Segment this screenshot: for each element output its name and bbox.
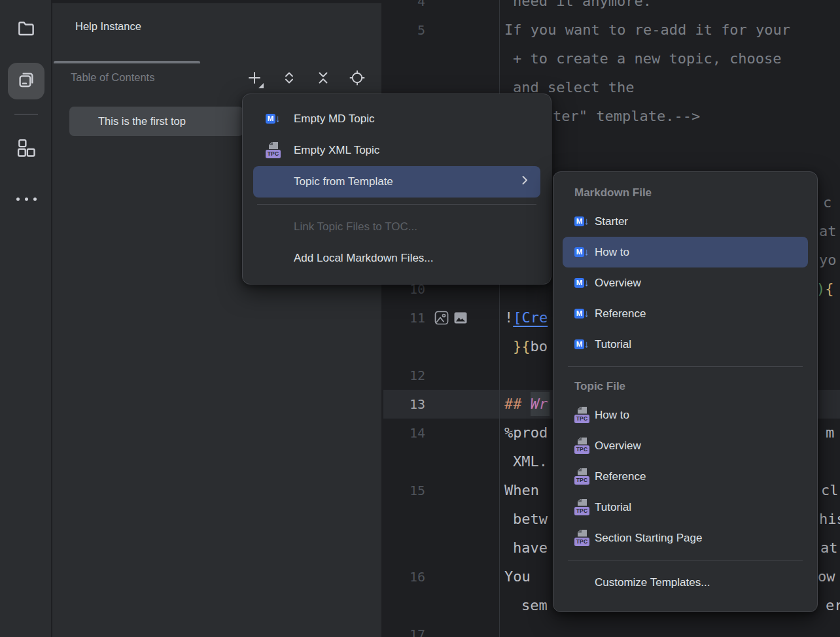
menu-item-reference[interactable]: TPCReference [563, 461, 808, 492]
line-number: 15 [383, 476, 425, 505]
structure-icon [16, 138, 36, 160]
code-run: If you want to re-add it for your [504, 16, 790, 44]
menu-item-label: How to [595, 409, 629, 422]
code-run: yo [819, 246, 837, 275]
structure-tool-button[interactable] [8, 131, 44, 167]
topic-template-submenu: Markdown FileM↓StarterM↓How toM↓Overview… [553, 171, 818, 612]
tab-help-instance[interactable]: Help Instance [75, 20, 141, 33]
toc-toolbar: Table of Contents [52, 63, 381, 95]
code-run: his [819, 505, 840, 534]
menu-item-label: Customize Templates... [595, 576, 710, 589]
code-run: m [826, 419, 834, 447]
chevron-right-icon [519, 175, 530, 189]
code-run: cl [821, 476, 839, 505]
menu-item-label: Empty XML Topic [294, 144, 379, 157]
collapse-all-button[interactable] [311, 67, 335, 91]
code-token: yo [819, 252, 837, 268]
editor-line[interactable]: 5If you want to re-add it for your [383, 16, 840, 44]
line-number: 4 [383, 0, 425, 16]
menu-item-topic-from-template[interactable]: Topic from Template [253, 166, 540, 198]
menu-item-label: Link Topic Files to TOC... [294, 220, 417, 233]
line-number: 11 [383, 303, 425, 332]
code-run: %prod [504, 419, 548, 447]
code-token: his [819, 511, 840, 527]
code-token: need it anymore. [513, 0, 652, 9]
topic-file-icon: TPC [574, 530, 591, 547]
code-token: }{ [513, 338, 531, 354]
menu-item-tutorial[interactable]: M↓Tutorial [563, 329, 808, 360]
code-run: ow [818, 562, 835, 591]
expand-all-icon [280, 69, 298, 90]
editor-line[interactable]: + to create a new topic, choose [383, 44, 840, 73]
toc-tree-item-first-topic[interactable]: This is the first top [69, 107, 243, 136]
menu-item-label: Section Starting Page [595, 532, 702, 545]
tool-stripe [0, 0, 52, 637]
instances-tool-button[interactable] [8, 63, 44, 99]
code-token: ! [504, 309, 513, 326]
image-preview-filled-icon[interactable] [453, 310, 468, 326]
select-opened-file-button[interactable] [345, 67, 369, 91]
code-token: Wr [531, 392, 550, 416]
menu-item-label: How to [595, 246, 629, 259]
code-token: When [504, 482, 539, 498]
topic-file-icon: TPC [574, 468, 591, 485]
code-token: + to create a new topic, choose [513, 50, 782, 67]
editor-line[interactable]: 4need it anymore. [383, 0, 840, 16]
code-token: If you want to re-add it for your [504, 22, 790, 38]
code-run: c [823, 188, 831, 217]
menu-item-section-starting-page[interactable]: TPCSection Starting Page [563, 523, 808, 553]
line-number: 12 [383, 361, 425, 390]
menu-item-link-topic-files-to-toc: Link Topic Files to TOC... [253, 211, 540, 243]
markdown-file-icon: M↓ [574, 244, 591, 261]
markdown-file-icon: M↓ [574, 305, 591, 322]
code-token: ow [818, 568, 835, 585]
new-topic-menu: M↓Empty MD TopicTPCEmpty XML TopicTopic … [242, 94, 551, 284]
code-run: at [820, 534, 838, 562]
add-topic-button[interactable] [243, 67, 266, 91]
menu-item-customize-templates[interactable]: Customize Templates... [563, 567, 808, 598]
menu-item-overview[interactable]: TPCOverview [563, 430, 808, 461]
menu-item-label: Overview [595, 277, 641, 290]
menu-item-add-local-markdown-files[interactable]: Add Local Markdown Files... [253, 243, 540, 274]
code-token: XML. [513, 453, 548, 470]
topic-file-icon: TPC [574, 407, 591, 424]
more-tool-windows-button[interactable] [8, 184, 44, 213]
code-run: er [826, 591, 840, 620]
markdown-file-icon: M↓ [574, 336, 591, 353]
menu-item-label: Tutorial [595, 501, 631, 514]
code-token: cl [821, 482, 839, 498]
line-number: 14 [383, 419, 425, 447]
expand-all-button[interactable] [277, 67, 301, 91]
instances-icon [16, 70, 36, 92]
editor-line[interactable]: 17 [383, 620, 840, 637]
code-token: have [513, 540, 548, 556]
code-token: c [823, 194, 831, 211]
menu-item-starter[interactable]: M↓Starter [563, 206, 808, 237]
code-run: XML. [513, 447, 548, 476]
menu-item-empty-xml-topic[interactable]: TPCEmpty XML Topic [253, 135, 540, 166]
code-run: When [504, 476, 539, 505]
markdown-file-icon: M↓ [266, 111, 283, 128]
menu-item-how-to[interactable]: M↓How to [563, 237, 808, 267]
menu-item-label: Overview [595, 439, 641, 453]
image-preview-outline-icon[interactable] [434, 310, 449, 326]
menu-group-header-markdown-file: Markdown File [553, 180, 817, 206]
markdown-file-icon: M↓ [574, 213, 591, 230]
project-tool-button[interactable] [8, 11, 44, 48]
topic-file-icon: TPC [266, 142, 283, 159]
code-run: at [819, 217, 837, 246]
code-token: ## [504, 396, 531, 412]
code-token: %prod [504, 424, 548, 441]
menu-item-tutorial[interactable]: TPCTutorial [563, 492, 808, 523]
line-number: 13 [383, 390, 425, 419]
menu-item-overview[interactable]: M↓Overview [563, 267, 808, 298]
code-token: at [820, 540, 838, 556]
menu-item-reference[interactable]: M↓Reference [563, 298, 808, 329]
menu-item-label: Tutorial [595, 338, 631, 351]
menu-item-how-to[interactable]: TPCHow to [563, 400, 808, 430]
code-run: ){ [816, 275, 834, 303]
menu-item-empty-md-topic[interactable]: M↓Empty MD Topic [253, 103, 540, 135]
more-icon [16, 198, 37, 201]
code-run: You [504, 562, 531, 591]
menu-item-label: Topic from Template [294, 175, 393, 188]
